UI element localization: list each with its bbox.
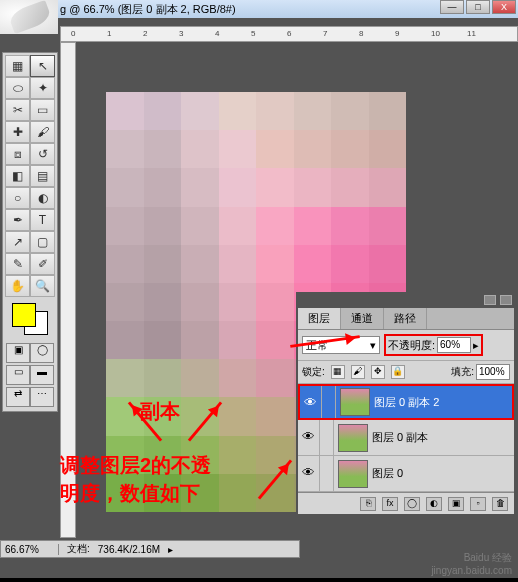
screen-mode-2-icon[interactable]: ▬ — [30, 365, 54, 385]
panel-minimize-icon[interactable] — [484, 295, 496, 305]
lock-position-icon[interactable]: ✥ — [371, 365, 385, 379]
close-button[interactable]: X — [492, 0, 516, 14]
tab-layers[interactable]: 图层 — [298, 308, 341, 329]
dodge-tool[interactable]: ◐ — [30, 187, 55, 209]
menubar[interactable] — [0, 18, 518, 26]
layer-link-cell[interactable] — [322, 386, 336, 418]
blur-tool[interactable]: ○ — [5, 187, 30, 209]
lock-label: 锁定: — [302, 365, 325, 379]
new-layer-icon[interactable]: ▫ — [470, 497, 486, 511]
link-layers-icon[interactable]: ⎘ — [360, 497, 376, 511]
color-swatch[interactable] — [12, 303, 48, 335]
path-tool[interactable]: ↗ — [5, 231, 30, 253]
layer-thumbnail[interactable] — [340, 388, 370, 416]
tab-paths[interactable]: 路径 — [384, 308, 427, 329]
zoom-level[interactable]: 66.67% — [5, 544, 59, 555]
minimize-button[interactable]: — — [440, 0, 464, 14]
slice-tool[interactable]: ▭ — [30, 99, 55, 121]
lock-transparency-icon[interactable]: ▦ — [331, 365, 345, 379]
layer-row[interactable]: 👁图层 0 — [298, 456, 514, 492]
type-tool[interactable]: T — [30, 209, 55, 231]
visibility-eye-icon[interactable]: 👁 — [300, 386, 322, 418]
crop-tool[interactable]: ✂ — [5, 99, 30, 121]
layer-row[interactable]: 👁图层 0 副本 — [298, 420, 514, 456]
history-brush-tool[interactable]: ↺ — [30, 143, 55, 165]
notes-tool[interactable]: ✎ — [5, 253, 30, 275]
watermark: Baidu 经验 jingyan.baidu.com — [431, 551, 512, 576]
app-logo-icon — [0, 0, 58, 34]
opacity-label: 不透明度: — [388, 338, 435, 353]
fill-label: 填充: — [451, 365, 474, 379]
opacity-flyout-icon[interactable]: ▸ — [473, 339, 479, 352]
lock-all-icon[interactable]: 🔒 — [391, 365, 405, 379]
pen-tool[interactable]: ✒ — [5, 209, 30, 231]
visibility-eye-icon[interactable]: 👁 — [298, 456, 320, 491]
layer-row[interactable]: 👁图层 0 副本 2 — [298, 384, 514, 420]
gradient-tool[interactable]: ▤ — [30, 165, 55, 187]
layer-name[interactable]: 图层 0 副本 — [372, 430, 428, 445]
layer-link-cell[interactable] — [320, 420, 334, 455]
layers-panel: 图层 通道 路径 正常▾ 不透明度: 60% ▸ 锁定: ▦ 🖌 ✥ 🔒 填充:… — [296, 292, 516, 516]
status-bar: 66.67% 文档: 736.4K/2.16M ▸ — [0, 540, 300, 558]
marquee-tool[interactable]: ↖ — [30, 55, 55, 77]
eraser-tool[interactable]: ◧ — [5, 165, 30, 187]
layer-name[interactable]: 图层 0 副本 2 — [374, 395, 439, 410]
screen-mode-1-icon[interactable]: ▭ — [6, 365, 30, 385]
layer-name[interactable]: 图层 0 — [372, 466, 403, 481]
doc-label: 文档: — [67, 542, 90, 556]
quickmask-mode-icon[interactable]: ◯ — [30, 343, 54, 363]
maximize-button[interactable]: □ — [466, 0, 490, 14]
layer-style-icon[interactable]: fx — [382, 497, 398, 511]
toolbox: ▦↖ ⬭✦ ✂▭ ✚🖌 ⧈↺ ◧▤ ○◐ ✒T ↗▢ ✎✐ ✋🔍 ▣◯ ▭▬ ⇄… — [2, 52, 58, 412]
lock-pixels-icon[interactable]: 🖌 — [351, 365, 365, 379]
tab-channels[interactable]: 通道 — [341, 308, 384, 329]
visibility-eye-icon[interactable]: 👁 — [298, 420, 320, 455]
blend-mode-select[interactable]: 正常▾ — [302, 336, 380, 354]
vertical-ruler — [60, 42, 76, 538]
panel-close-icon[interactable] — [500, 295, 512, 305]
lasso-tool[interactable]: ⬭ — [5, 77, 30, 99]
layer-group-icon[interactable]: ▣ — [448, 497, 464, 511]
zoom-tool[interactable]: 🔍 — [30, 275, 55, 297]
layer-mask-icon[interactable]: ◯ — [404, 497, 420, 511]
layer-thumbnail[interactable] — [338, 460, 368, 488]
brush-tool[interactable]: 🖌 — [30, 121, 55, 143]
layer-thumbnail[interactable] — [338, 424, 368, 452]
stamp-tool[interactable]: ⧈ — [5, 143, 30, 165]
wand-tool[interactable]: ✦ — [30, 77, 55, 99]
extra-icon[interactable]: ⋯ — [30, 387, 54, 407]
chevron-down-icon: ▾ — [370, 339, 376, 352]
delete-layer-icon[interactable]: 🗑 — [492, 497, 508, 511]
layer-link-cell[interactable] — [320, 456, 334, 491]
heal-tool[interactable]: ✚ — [5, 121, 30, 143]
horizontal-ruler: 0 1 2 3 4 5 6 7 8 9 10 11 — [60, 26, 518, 42]
doc-size: 736.4K/2.16M — [98, 544, 160, 555]
hand-tool[interactable]: ✋ — [5, 275, 30, 297]
foreground-color[interactable] — [12, 303, 36, 327]
status-flyout-icon[interactable]: ▸ — [168, 544, 173, 555]
jump-to-icon[interactable]: ⇄ — [6, 387, 30, 407]
title: g @ 66.7% (图层 0 副本 2, RGB/8#) — [60, 2, 236, 17]
shape-tool[interactable]: ▢ — [30, 231, 55, 253]
adjustment-layer-icon[interactable]: ◐ — [426, 497, 442, 511]
standard-mode-icon[interactable]: ▣ — [6, 343, 30, 363]
move-tool[interactable]: ▦ — [5, 55, 30, 77]
opacity-input[interactable]: 60% — [437, 337, 471, 353]
eyedropper-tool[interactable]: ✐ — [30, 253, 55, 275]
fill-input[interactable]: 100% — [476, 364, 510, 380]
